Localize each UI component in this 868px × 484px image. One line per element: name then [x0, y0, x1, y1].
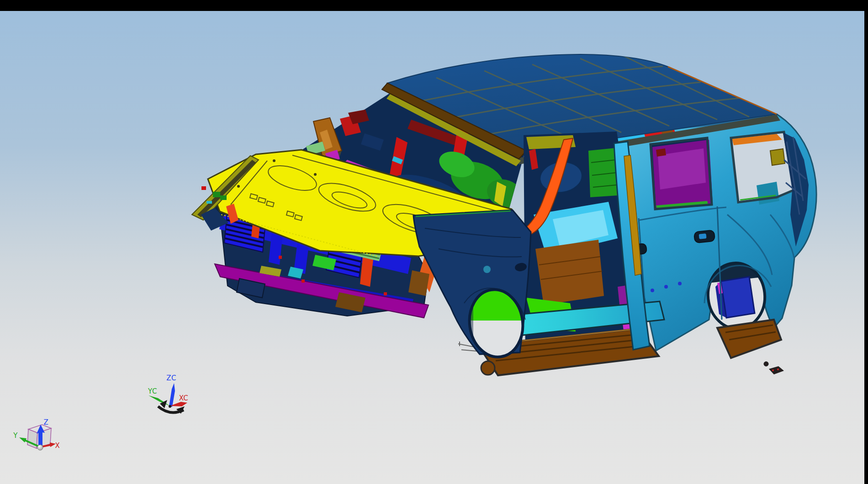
quarter-window-olive-card[interactable] — [770, 149, 785, 165]
wcs-x-label: XC — [179, 394, 189, 402]
datum-y-label: Y — [13, 431, 18, 440]
running-board-tip — [481, 361, 495, 375]
clip-brown-bit-2[interactable] — [408, 270, 429, 296]
quarter-window-teal-step[interactable] — [757, 182, 779, 205]
small-part-red-dot — [777, 368, 779, 370]
fender-glint — [483, 266, 491, 273]
hood-bolt — [314, 173, 317, 176]
cap-teal-sliver — [206, 201, 212, 204]
spot-weld-dot — [678, 282, 682, 285]
door-handle-rear[interactable] — [694, 230, 715, 243]
cap-red-dot — [201, 186, 206, 190]
cap-green-card[interactable] — [220, 195, 227, 200]
spot-weld-dot — [664, 285, 668, 289]
datum-z-label: Z — [44, 418, 49, 426]
quarter-window[interactable] — [731, 132, 794, 205]
viewport-3d[interactable]: ZC YC XC Z Y X — [0, 0, 868, 484]
hood-bolt — [237, 185, 240, 188]
spot-weld-dot — [651, 289, 654, 292]
cap-green-card[interactable] — [213, 192, 220, 197]
datum-x-label: X — [55, 442, 60, 450]
rear-window-maroon[interactable] — [656, 148, 666, 157]
small-part-red-dot — [772, 369, 774, 371]
rear-door-window[interactable] — [651, 138, 713, 209]
clip-red-dot — [384, 292, 387, 295]
wheel-arch-box[interactable] — [721, 277, 755, 318]
hood-bolt — [273, 159, 275, 162]
top-bar — [0, 0, 868, 11]
right-bar — [864, 0, 868, 484]
clip-red-dot — [279, 256, 282, 259]
wcs-z-label: ZC — [166, 374, 176, 382]
wcs-y-label: YC — [148, 387, 157, 395]
datum-origin-ball[interactable] — [37, 445, 43, 450]
small-part-dot[interactable] — [764, 362, 768, 366]
clip-red-dot — [302, 279, 305, 283]
